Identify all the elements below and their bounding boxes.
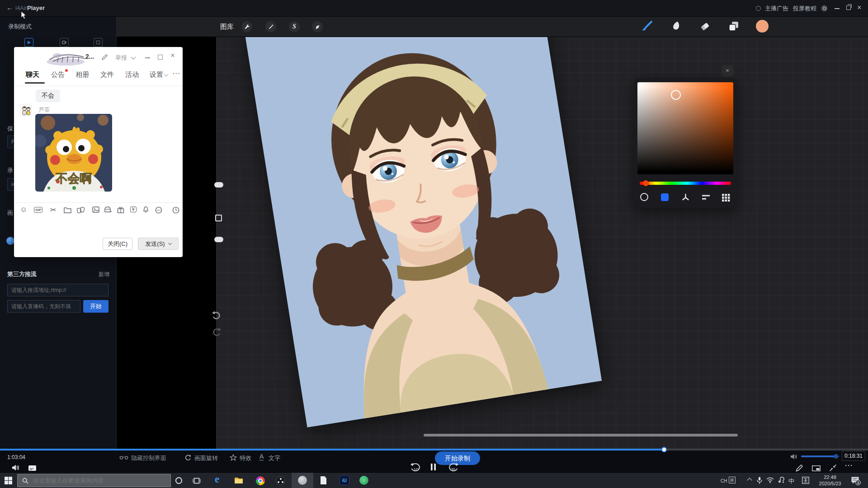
settings-gear-icon[interactable] [821, 5, 828, 12]
red-packet-icon[interactable]: ¥ [130, 206, 137, 212]
music-app-icon[interactable]: ♪ [359, 476, 368, 485]
taskbar-search[interactable] [17, 474, 171, 487]
chat-close-action-button[interactable]: 关闭(C) [103, 238, 132, 250]
tray-clock-time[interactable]: 22:48 [816, 474, 844, 480]
text-tool-icon[interactable]: A [259, 453, 264, 460]
undo-icon[interactable] [212, 311, 222, 320]
brush-size-slider[interactable] [214, 182, 223, 188]
actions-wrench-icon[interactable] [241, 21, 252, 32]
selection-icon[interactable]: S [289, 21, 300, 32]
notepad-icon[interactable] [320, 476, 327, 485]
edge-icon[interactable]: e [215, 474, 219, 485]
edit-pencil-icon[interactable] [102, 54, 108, 60]
chat-send-button[interactable]: 发送(S) [138, 238, 179, 250]
push-start-button[interactable]: 开始 [83, 300, 108, 313]
timeline-track[interactable] [0, 449, 868, 450]
record-mode-button-2[interactable] [60, 38, 69, 47]
color-mode-palettes-icon[interactable] [722, 193, 730, 202]
skip-back-icon[interactable]: 10 [410, 463, 422, 473]
audio-source-icon[interactable] [6, 237, 14, 245]
emoji-icon[interactable]: ☺ [20, 206, 27, 214]
report-link[interactable]: 举报 [115, 54, 127, 62]
hide-controls-label[interactable]: 隐藏控制界面 [131, 454, 166, 462]
menu-broadcast[interactable]: 主播广告 [765, 5, 788, 13]
tab-chat[interactable]: 聊天 [26, 70, 39, 79]
hue-knob[interactable] [643, 180, 649, 186]
adjustments-wand-icon[interactable] [265, 21, 276, 32]
tab-activity[interactable]: 活动 [125, 70, 139, 79]
itools-icon[interactable]: iU [340, 475, 349, 485]
audio-device-icon[interactable] [778, 477, 785, 484]
more-icon[interactable] [155, 206, 162, 214]
active-app-button[interactable] [292, 473, 313, 488]
microphone-icon[interactable] [757, 477, 762, 484]
transform-arrow-icon[interactable] [312, 21, 323, 32]
start-button[interactable] [5, 477, 12, 484]
push-url-input[interactable] [7, 284, 108, 296]
tabbar-more-icon[interactable]: ⋯ [172, 69, 180, 78]
push-code-input[interactable] [7, 300, 80, 313]
gallery-button[interactable]: 图库 [220, 23, 234, 31]
chat-close-button[interactable]: × [170, 51, 175, 60]
eraser-icon[interactable] [699, 21, 711, 32]
modify-button[interactable] [215, 215, 222, 221]
rotate-icon[interactable] [184, 454, 191, 461]
gif-message-image[interactable]: 不会啊 [35, 114, 112, 192]
skip-forward-icon[interactable]: 30 [447, 463, 459, 473]
dice-icon[interactable] [77, 206, 85, 214]
record-mode-button-3[interactable] [94, 38, 103, 47]
color-mode-value-icon[interactable] [702, 194, 710, 200]
gift-icon[interactable] [117, 206, 124, 213]
volume-track[interactable] [801, 455, 839, 457]
obs-icon[interactable] [276, 476, 285, 485]
redo-icon[interactable] [212, 328, 222, 337]
ime-pin-indicator[interactable]: 拼 [729, 477, 736, 483]
tab-album[interactable]: 相册 [75, 70, 89, 79]
collapse-icon[interactable] [829, 464, 837, 472]
chrome-icon[interactable] [256, 476, 265, 485]
more-options-icon[interactable]: ⋯ [844, 460, 853, 470]
close-button[interactable]: × [857, 4, 861, 12]
volume-knob[interactable] [834, 454, 838, 459]
subtitle-icon[interactable] [28, 465, 37, 471]
color-panel-close-icon[interactable]: × [722, 65, 733, 77]
pip-keyboard-icon[interactable] [812, 465, 821, 471]
audio-toggle-icon[interactable] [12, 464, 20, 471]
back-icon[interactable]: ← [6, 4, 13, 11]
screenshot-scissors-icon[interactable]: ✂ [50, 206, 56, 214]
color-mode-classic-icon[interactable] [661, 193, 669, 201]
gif-icon[interactable]: GIF [34, 207, 42, 213]
cortana-icon[interactable] [175, 477, 182, 484]
timeline-knob[interactable] [661, 447, 667, 452]
ime-keyboard-icon[interactable] [802, 477, 809, 484]
draw-pencil-icon[interactable] [796, 464, 803, 472]
ime-ch-indicator[interactable]: CH [721, 479, 727, 483]
notification-center-icon[interactable]: 3 [851, 476, 859, 484]
send-options-chevron-icon[interactable] [168, 241, 171, 245]
text-tool-label[interactable]: 文字 [269, 454, 280, 462]
record-mode-button-1[interactable] [24, 38, 33, 47]
treasure-chest-icon[interactable] [104, 206, 112, 213]
message-bubble[interactable]: 不会 [36, 89, 60, 102]
canvas-h-scrollbar[interactable] [424, 434, 738, 436]
settings-chevron-icon[interactable] [164, 72, 169, 77]
avatar[interactable] [20, 104, 32, 116]
color-picker-ring[interactable] [671, 90, 681, 100]
color-mode-disc-icon[interactable] [640, 193, 648, 201]
history-clock-icon[interactable] [172, 206, 179, 214]
push-stream-add-link[interactable]: 新增 [99, 271, 109, 278]
effects-label[interactable]: 特效 [240, 454, 251, 462]
menu-tutorial[interactable]: 投屏教程 [793, 5, 816, 13]
volume-icon[interactable] [790, 453, 798, 460]
tab-settings[interactable]: 设置 [150, 70, 163, 79]
chat-minimize-button[interactable] [145, 57, 150, 58]
tray-clock-date[interactable]: 2020/5/23 [814, 481, 846, 486]
hide-controls-icon[interactable] [119, 455, 128, 460]
file-folder-icon[interactable] [64, 207, 71, 213]
file-explorer-icon[interactable] [234, 476, 243, 484]
minimize-button[interactable] [835, 8, 840, 9]
brush-icon[interactable] [641, 20, 653, 32]
tab-files[interactable]: 文件 [100, 70, 114, 79]
image-icon[interactable] [92, 206, 99, 213]
ime-lang-indicator[interactable]: 中 [788, 477, 794, 485]
